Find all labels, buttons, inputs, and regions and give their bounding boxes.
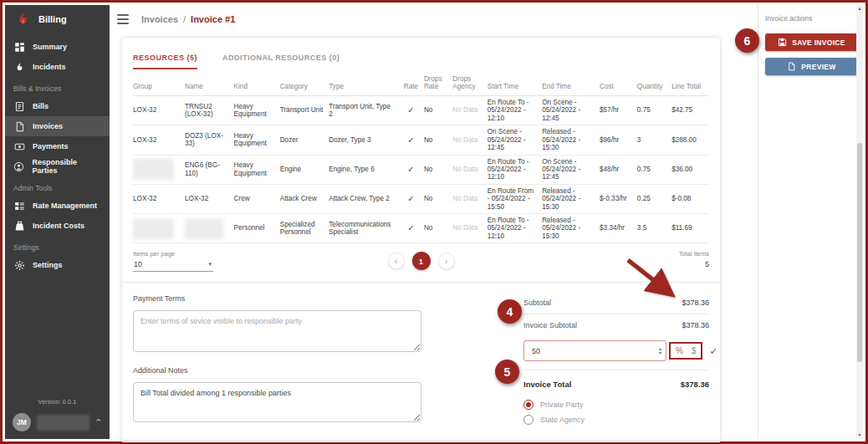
subtotal-label: Subtotal — [523, 299, 551, 307]
person-icon — [13, 161, 24, 172]
cell-rate: ✓ — [398, 165, 424, 175]
document-icon — [787, 62, 796, 71]
radio-private-party[interactable]: Private Party — [523, 397, 709, 412]
cell-line_total: $36.00 — [671, 166, 709, 173]
cell-line_total: $11.69 — [671, 224, 709, 232]
sidebar-item-payments[interactable]: Payments — [5, 136, 110, 156]
additional-notes-input[interactable]: Bill Total divided among 1 responsible p… — [133, 382, 421, 422]
dashboard-icon — [13, 41, 25, 53]
check-icon: ✓ — [407, 165, 414, 174]
tabs: RESOURCES (5) ADDITIONAL RESOURCES (0) — [133, 54, 709, 69]
sidebar-item-label: Responsible Parties — [32, 158, 101, 175]
invoice-actions-title: Invoice actions — [765, 14, 857, 23]
radio-selected-icon[interactable] — [523, 400, 534, 410]
sidebar-item-summary[interactable]: Summary — [5, 37, 110, 57]
menu-icon[interactable] — [117, 14, 129, 24]
stepper-down-icon[interactable]: ▾ — [659, 351, 661, 355]
sidebar-item-invoices[interactable]: Invoices — [5, 116, 110, 136]
cell-end_time: Released - 05/24/2022 - 15:30 — [542, 217, 600, 240]
sidebar-item-label: Incident Costs — [33, 222, 84, 230]
gear-icon — [13, 259, 25, 271]
dollar-toggle[interactable]: $ — [692, 346, 697, 355]
flame-logo-icon — [16, 11, 30, 28]
breadcrumb-invoices[interactable]: Invoices — [141, 14, 178, 24]
adjustment-row: ▴ ▾ % $ ✓ — [523, 340, 709, 361]
invoice-total-value: $378.36 — [681, 380, 709, 389]
sidebar-item-responsible-parties[interactable]: Responsible Parties — [5, 156, 110, 176]
cell-kind: Heavy Equipment — [234, 161, 280, 177]
redacted-value — [185, 218, 223, 239]
cell-name: ENG6 (BG-110) — [185, 161, 234, 177]
invoice-total-row: Invoice Total $378.36 — [523, 370, 709, 396]
column-header-group: Group — [133, 83, 185, 90]
column-header-rate: Rate — [398, 83, 424, 90]
lower-section: Payment Terms Additional Notes Bill Tota… — [133, 288, 709, 427]
cell-drops_agency: No Data — [452, 224, 487, 232]
percent-toggle[interactable]: % — [676, 346, 683, 355]
cell-group — [133, 218, 185, 239]
sidebar-item-label: Incidents — [33, 63, 66, 71]
cell-start_time: En Route To - 05/24/2022 - 12:10 — [488, 217, 542, 240]
cell-quantity: 3.5 — [637, 224, 671, 232]
tab-additional-resources[interactable]: ADDITIONAL RESOURCES (0) — [222, 54, 340, 69]
sidebar-item-incident-costs[interactable]: Incident Costs — [5, 216, 110, 236]
tab-resources[interactable]: RESOURCES (5) — [133, 54, 197, 69]
save-invoice-button[interactable]: SAVE INVOICE — [765, 33, 858, 51]
scroll-down-icon[interactable]: ▼ — [856, 431, 863, 439]
sidebar-footer: Version: 0.0.1 JM ⌃ — [5, 398, 110, 439]
cell-drops_rate: No — [424, 195, 452, 202]
items-per-page-label: Items per page — [133, 250, 213, 258]
additional-notes-label: Additional Notes — [133, 366, 421, 375]
redacted-value — [133, 218, 174, 239]
radio-state-agency[interactable]: State Agency — [523, 412, 709, 427]
dropdown-caret-icon: ▾ — [208, 261, 212, 268]
pager: ‹ 1 › — [388, 252, 455, 270]
app-header: Billing — [5, 5, 110, 33]
scroll-up-icon[interactable]: ▲ — [856, 5, 863, 13]
radio-unselected-icon[interactable] — [523, 415, 534, 425]
adjustment-input-wrap: ▴ ▾ — [523, 340, 666, 361]
sidebar-item-rate-management[interactable]: Rate Management — [5, 196, 110, 216]
main-area: Invoices / Invoice #1 RESOURCES (5) ADDI… — [110, 5, 758, 439]
user-account-row[interactable]: JM ⌃ — [5, 413, 110, 439]
cell-drops_rate: No — [424, 224, 452, 232]
app-title: Billing — [38, 14, 67, 24]
cell-start_time: En Route To - 05/24/2022 - 12:10 — [488, 158, 542, 181]
sidebar-item-bills[interactable]: Bills — [5, 96, 110, 116]
payment-terms-input[interactable] — [133, 310, 421, 352]
notes-column: Payment Terms Additional Notes Bill Tota… — [133, 288, 421, 427]
user-name-redacted — [37, 415, 89, 431]
column-header-quantity: Quantity — [637, 83, 671, 90]
table-row: LOX-32LOX-32CrewAttack CrewAttack Crew, … — [133, 185, 709, 214]
rate-management-icon — [13, 200, 25, 212]
column-header-end_time: End Time — [542, 83, 600, 90]
current-page-button[interactable]: 1 — [412, 252, 431, 270]
items-per-page-select[interactable]: 10 ▾ — [133, 258, 213, 272]
invoice-subtotal-label: Invoice Subtotal — [523, 321, 577, 329]
next-page-button[interactable]: › — [438, 253, 455, 269]
cell-quantity: 0.25 — [637, 195, 671, 202]
apply-adjustment-button[interactable]: ✓ — [709, 345, 717, 357]
cell-drops_agency: No Data — [452, 195, 487, 202]
sidebar-item-settings[interactable]: Settings — [5, 255, 110, 275]
cell-drops_agency: No Data — [452, 136, 487, 144]
annotation-step-6: 6 — [735, 28, 759, 53]
prev-page-button[interactable]: ‹ — [388, 253, 405, 269]
totals-column: Subtotal $378.36 Invoice Subtotal $378.3… — [523, 288, 709, 427]
column-header-name: Name — [185, 83, 234, 90]
cell-category: Specialized Personnel — [280, 221, 329, 237]
cell-kind: Crew — [234, 195, 280, 202]
preview-button[interactable]: PREVIEW — [765, 58, 858, 75]
app-frame: Billing SummaryIncidentsBills & Invoices… — [0, 0, 868, 444]
payment-terms-label: Payment Terms — [133, 294, 421, 303]
sidebar-item-label: Summary — [33, 43, 67, 51]
sidebar-item-incidents[interactable]: Incidents — [5, 57, 110, 77]
invoice-card: RESOURCES (5) ADDITIONAL RESOURCES (0) G… — [122, 38, 720, 442]
adjustment-input[interactable] — [525, 347, 657, 355]
cell-name: TRNSU2 (LOX-32) — [185, 103, 234, 119]
cell-drops_rate: No — [424, 136, 452, 144]
invoice-subtotal-value: $378.36 — [682, 321, 709, 329]
table-body: LOX-32TRNSU2 (LOX-32)Heavy EquipmentTran… — [133, 96, 709, 243]
number-stepper[interactable]: ▴ ▾ — [657, 347, 663, 355]
scrollbar-thumb[interactable] — [857, 143, 862, 362]
